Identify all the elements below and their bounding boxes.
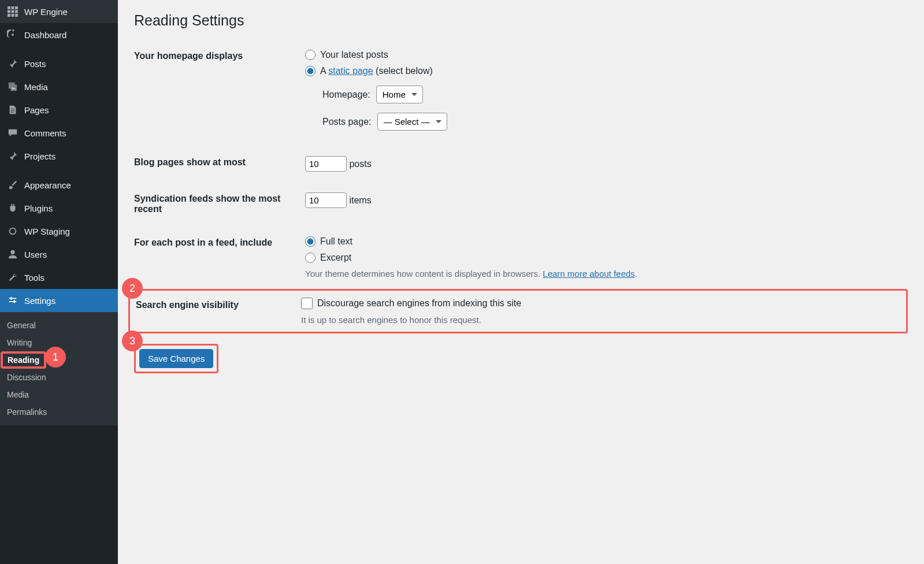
menu-comments[interactable]: Comments bbox=[0, 121, 118, 144]
radio-excerpt-label[interactable]: Excerpt bbox=[320, 253, 351, 263]
svg-rect-7 bbox=[12, 14, 14, 17]
menu-label: Media bbox=[24, 82, 48, 92]
dashboard-icon bbox=[6, 29, 20, 40]
submenu-permalinks[interactable]: Permalinks bbox=[0, 403, 118, 421]
syndication-unit: items bbox=[349, 195, 371, 205]
menu-media[interactable]: Media bbox=[0, 75, 118, 98]
menu-label: Users bbox=[24, 250, 47, 259]
menu-label: WP Staging bbox=[24, 227, 70, 236]
homepage-displays-label: Your homepage displays bbox=[134, 39, 299, 146]
menu-label: Plugins bbox=[24, 203, 53, 213]
homepage-select-label: Homepage: bbox=[322, 90, 370, 100]
radio-latest-posts-label[interactable]: Your latest posts bbox=[320, 50, 388, 60]
visibility-description: It is up to search engines to honor this… bbox=[301, 315, 891, 325]
main-content: Reading Settings Your homepage displays … bbox=[118, 0, 924, 564]
checkbox-discourage-label[interactable]: Discourage search engines from indexing … bbox=[317, 298, 521, 309]
svg-rect-6 bbox=[8, 14, 10, 17]
menu-wp-engine[interactable]: WP Engine bbox=[0, 0, 118, 23]
homepage-select[interactable]: Home bbox=[376, 86, 423, 103]
blog-pages-label: Blog pages show at most bbox=[134, 146, 299, 182]
wpengine-icon bbox=[6, 6, 20, 17]
feed-content-description: Your theme determines how content is dis… bbox=[305, 269, 902, 279]
submit-highlight: Save Changes bbox=[134, 344, 218, 373]
refresh-icon bbox=[6, 225, 20, 237]
menu-label: Projects bbox=[24, 151, 55, 161]
feed-content-label: For each post in a feed, include bbox=[134, 226, 299, 289]
admin-sidebar: WP Engine Dashboard Posts Media Pages Co… bbox=[0, 0, 118, 564]
submenu-media[interactable]: Media bbox=[0, 386, 118, 403]
svg-point-9 bbox=[12, 34, 14, 36]
callout-3: 3 bbox=[122, 331, 143, 351]
page-title: Reading Settings bbox=[134, 7, 908, 31]
menu-dashboard[interactable]: Dashboard bbox=[0, 23, 118, 46]
callout-1: 1 bbox=[45, 347, 66, 368]
menu-plugins[interactable]: Plugins bbox=[0, 196, 118, 220]
menu-projects[interactable]: Projects bbox=[0, 144, 118, 168]
svg-rect-3 bbox=[8, 10, 10, 13]
pin-icon bbox=[6, 58, 20, 69]
pages-icon bbox=[6, 104, 20, 116]
svg-rect-8 bbox=[15, 14, 18, 17]
svg-rect-1 bbox=[12, 6, 14, 9]
menu-settings[interactable]: Settings bbox=[0, 289, 118, 312]
checkbox-discourage-search[interactable] bbox=[301, 298, 313, 309]
postspage-select-label: Posts page: bbox=[322, 117, 372, 127]
svg-rect-0 bbox=[8, 6, 10, 9]
radio-full-text[interactable] bbox=[305, 236, 316, 247]
radio-excerpt[interactable] bbox=[305, 253, 316, 263]
radio-latest-posts[interactable] bbox=[305, 50, 316, 60]
submenu-general[interactable]: General bbox=[0, 317, 118, 334]
svg-rect-5 bbox=[15, 10, 18, 13]
radio-static-page[interactable] bbox=[305, 66, 316, 76]
menu-label: Dashboard bbox=[24, 30, 66, 40]
static-page-link[interactable]: static page bbox=[328, 66, 373, 76]
svg-rect-2 bbox=[15, 6, 18, 9]
menu-tools[interactable]: Tools bbox=[0, 266, 118, 289]
comments-icon bbox=[6, 127, 20, 139]
menu-label: Tools bbox=[24, 273, 44, 283]
sliders-icon bbox=[6, 295, 20, 306]
brush-icon bbox=[6, 179, 20, 191]
callout-2: 2 bbox=[122, 278, 143, 299]
blog-pages-unit: posts bbox=[349, 159, 371, 169]
visibility-highlight: Search engine visibility Discourage sear… bbox=[128, 289, 908, 333]
wrench-icon bbox=[6, 272, 20, 283]
menu-pages[interactable]: Pages bbox=[0, 98, 118, 121]
blog-pages-input[interactable] bbox=[305, 156, 347, 172]
submenu-discussion[interactable]: Discussion bbox=[0, 369, 118, 386]
submenu-reading[interactable]: Reading bbox=[1, 351, 46, 369]
menu-label: Pages bbox=[24, 105, 49, 115]
settings-submenu: General Writing Reading 1 Discussion Med… bbox=[0, 312, 118, 425]
svg-rect-4 bbox=[12, 10, 14, 13]
svg-point-10 bbox=[10, 250, 14, 254]
menu-label: Comments bbox=[24, 128, 66, 138]
save-changes-button[interactable]: Save Changes bbox=[139, 349, 213, 368]
menu-label: Appearance bbox=[24, 180, 71, 190]
postspage-select[interactable]: — Select — bbox=[377, 113, 447, 131]
menu-posts[interactable]: Posts bbox=[0, 52, 118, 75]
menu-users[interactable]: Users bbox=[0, 243, 118, 266]
menu-label: Settings bbox=[24, 296, 55, 306]
visibility-label: Search engine visibility bbox=[130, 296, 295, 326]
learn-more-feeds-link[interactable]: Learn more about feeds bbox=[543, 269, 634, 279]
syndication-input[interactable] bbox=[305, 192, 347, 208]
radio-static-page-label[interactable]: A static page (select below) bbox=[320, 66, 433, 76]
media-icon bbox=[6, 81, 20, 92]
menu-wpstaging[interactable]: WP Staging bbox=[0, 220, 118, 243]
menu-label: Posts bbox=[24, 59, 46, 69]
syndication-label: Syndication feeds show the most recent bbox=[134, 182, 299, 226]
menu-label: WP Engine bbox=[24, 7, 68, 17]
user-icon bbox=[6, 248, 20, 260]
pin-icon bbox=[6, 150, 20, 162]
radio-full-text-label[interactable]: Full text bbox=[320, 236, 352, 247]
menu-appearance[interactable]: Appearance bbox=[0, 173, 118, 196]
plug-icon bbox=[6, 202, 20, 214]
